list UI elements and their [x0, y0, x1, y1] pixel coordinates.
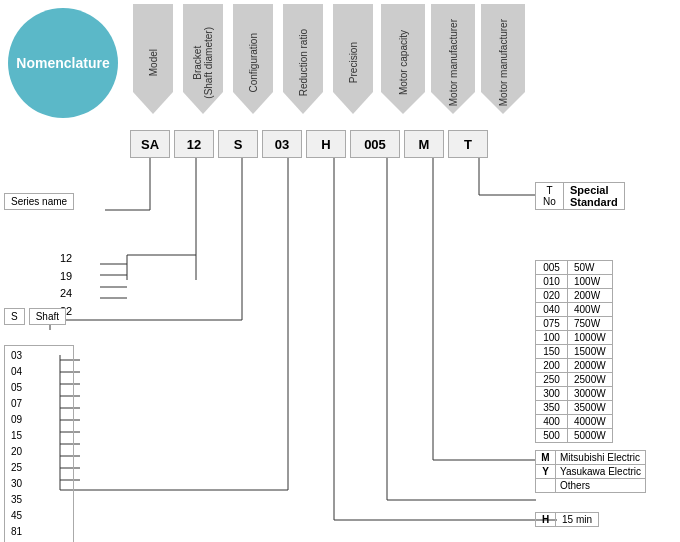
arrow-motor-manufacturer2: Motor manufacturer — [480, 4, 526, 114]
precision-val-H: 15 min — [556, 513, 599, 527]
mfr-code-others — [536, 479, 556, 493]
mc-code-010: 010 — [536, 275, 568, 289]
code-SA: SA — [130, 130, 170, 158]
mc-val-005: 50W — [568, 261, 613, 275]
precision-table: H 15 min — [535, 512, 599, 527]
arrow-model: Model — [130, 4, 176, 114]
mc-code-300: 300 — [536, 387, 568, 401]
manufacturer-table: M Mitsubishi Electric Y Yasukawa Electri… — [535, 450, 646, 493]
code-M: M — [404, 130, 444, 158]
mfr-value-Y: Yasukawa Electric — [556, 465, 646, 479]
code-T: T — [448, 130, 488, 158]
reduction-item-35: 35 — [11, 492, 67, 508]
special-standard-table: TNo SpecialStandard — [535, 182, 625, 210]
motor-capacity-table: 00550W 010100W 020200W 040400W 075750W 1… — [535, 260, 613, 443]
arrow-bracket: Bracket(Shaft diameter) — [180, 4, 226, 114]
mc-val-400: 4000W — [568, 415, 613, 429]
mc-val-100: 1000W — [568, 331, 613, 345]
reduction-item-81: 81 — [11, 524, 67, 540]
mfr-value-others: Others — [556, 479, 646, 493]
shaft-section: S Shaft — [4, 308, 66, 325]
mc-code-350: 350 — [536, 401, 568, 415]
reduction-item-09: 09 — [11, 412, 67, 428]
arrow-motor-manufacturer-text: Motor manufacturer — [448, 19, 459, 106]
mc-code-250: 250 — [536, 373, 568, 387]
mc-code-075: 075 — [536, 317, 568, 331]
series-item-12: 12 — [60, 250, 72, 268]
mc-code-040: 040 — [536, 303, 568, 317]
arrow-configuration-text: Configuration — [248, 33, 259, 92]
reduction-item-20: 20 — [11, 444, 67, 460]
reduction-item-07: 07 — [11, 396, 67, 412]
series-item-19: 19 — [60, 268, 72, 286]
reduction-item-30: 30 — [11, 476, 67, 492]
precision-code-H: H — [536, 513, 556, 527]
reduction-items-box: 03 04 05 07 09 15 20 25 30 35 45 81 — [4, 345, 74, 542]
code-S: S — [218, 130, 258, 158]
arrows-row: Model Bracket(Shaft diameter) Configurat… — [130, 4, 526, 114]
series-item-24: 24 — [60, 285, 72, 303]
arrow-model-text: Model — [148, 49, 159, 76]
shaft-text-label: Shaft — [29, 308, 66, 325]
arrow-precision: Precision — [330, 4, 376, 114]
code-005: 005 — [350, 130, 400, 158]
mc-val-150: 1500W — [568, 345, 613, 359]
mc-val-040: 400W — [568, 303, 613, 317]
series-name-section: Series name — [4, 193, 74, 210]
reduction-item-05: 05 — [11, 380, 67, 396]
mc-code-200: 200 — [536, 359, 568, 373]
reduction-item-04: 04 — [11, 364, 67, 380]
arrow-configuration: Configuration — [230, 4, 276, 114]
mc-code-100: 100 — [536, 331, 568, 345]
mc-code-150: 150 — [536, 345, 568, 359]
arrow-motor-capacity-text: Motor capacity — [398, 30, 409, 95]
shaft-code-label: S — [4, 308, 25, 325]
series-name-label: Series name — [4, 193, 74, 210]
arrow-motor-manufacturer: Motor manufacturer — [430, 4, 476, 114]
arrow-motor-manufacturer2-text: Motor manufacturer — [498, 19, 509, 106]
arrow-precision-text: Precision — [348, 42, 359, 83]
mc-val-500: 5000W — [568, 429, 613, 443]
mc-val-350: 3500W — [568, 401, 613, 415]
mc-val-075: 750W — [568, 317, 613, 331]
mc-code-400: 400 — [536, 415, 568, 429]
reduction-item-03: 03 — [11, 348, 67, 364]
reduction-item-25: 25 — [11, 460, 67, 476]
nomenclature-label: Nomenclature — [8, 8, 118, 118]
reduction-item-45: 45 — [11, 508, 67, 524]
arrow-bracket-text: Bracket(Shaft diameter) — [192, 27, 214, 99]
mc-val-010: 100W — [568, 275, 613, 289]
code-row: SA 12 S 03 H 005 M T — [130, 130, 488, 158]
mfr-code-M: M — [536, 451, 556, 465]
special-std-value: SpecialStandard — [564, 183, 625, 210]
code-H: H — [306, 130, 346, 158]
arrow-reduction-text: Reduction ratio — [298, 29, 309, 96]
reduction-item-15: 15 — [11, 428, 67, 444]
arrow-reduction: Reduction ratio — [280, 4, 326, 114]
mc-val-300: 3000W — [568, 387, 613, 401]
special-std-code: TNo — [536, 183, 564, 210]
arrow-motor-capacity: Motor capacity — [380, 4, 426, 114]
mc-code-500: 500 — [536, 429, 568, 443]
mfr-code-Y: Y — [536, 465, 556, 479]
mc-val-020: 200W — [568, 289, 613, 303]
code-03: 03 — [262, 130, 302, 158]
mfr-value-M: Mitsubishi Electric — [556, 451, 646, 465]
mc-val-200: 2000W — [568, 359, 613, 373]
mc-code-020: 020 — [536, 289, 568, 303]
code-12: 12 — [174, 130, 214, 158]
mc-code-005: 005 — [536, 261, 568, 275]
mc-val-250: 2500W — [568, 373, 613, 387]
